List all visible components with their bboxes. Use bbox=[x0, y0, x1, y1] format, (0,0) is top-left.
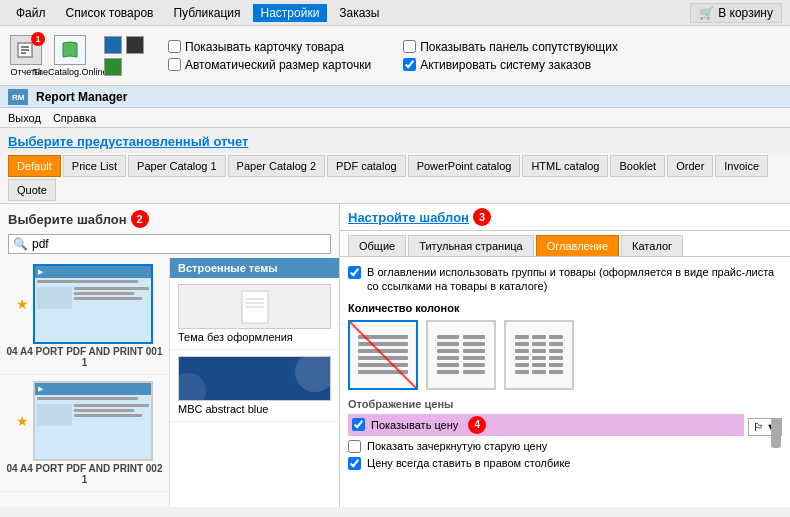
left-panel-header: Выберите шаблон 2 bbox=[0, 204, 339, 234]
tab-quote[interactable]: Quote bbox=[8, 179, 56, 201]
swatch-dark[interactable] bbox=[126, 36, 144, 54]
tab-order[interactable]: Order bbox=[667, 155, 713, 177]
cart-button[interactable]: 🛒 В корзину bbox=[690, 3, 782, 23]
settings-content: В оглавлении использовать группы и товар… bbox=[340, 257, 790, 507]
menu-publish[interactable]: Публикация bbox=[165, 4, 248, 22]
columns-options bbox=[348, 320, 782, 390]
color-swatches bbox=[104, 36, 144, 76]
activate-orders-label: Активировать систему заказов bbox=[420, 58, 591, 72]
show-price-checkbox[interactable] bbox=[352, 418, 365, 431]
column-option-2[interactable] bbox=[426, 320, 496, 390]
show-price-label: Показывать цену bbox=[371, 419, 458, 431]
tab-paper-catalog-1[interactable]: Paper Catalog 1 bbox=[128, 155, 226, 177]
tab-cover[interactable]: Титульная страница bbox=[408, 235, 534, 256]
tab-invoice[interactable]: Invoice bbox=[715, 155, 768, 177]
swatch-green[interactable] bbox=[104, 58, 122, 76]
toolbar-checkboxes-right: Показывать панель сопутствующих Активиро… bbox=[403, 40, 618, 72]
theme-name-1: Тема без оформления bbox=[178, 331, 331, 343]
report-manager-logo: RM bbox=[8, 89, 28, 105]
preset-section-title: Выберите предустановленный отчет bbox=[0, 128, 790, 153]
report-manager-menu: Выход Справка bbox=[0, 108, 790, 128]
columns-section: Количество колонок bbox=[348, 302, 782, 390]
menu-orders[interactable]: Заказы bbox=[331, 4, 387, 22]
tab-paper-catalog-2[interactable]: Paper Catalog 2 bbox=[228, 155, 326, 177]
template-grid: ★ ▶ bbox=[0, 258, 339, 507]
price-checkboxes: Показывать цену 4 Показать зачеркнутую с… bbox=[348, 414, 744, 474]
menu-products[interactable]: Список товаров bbox=[58, 4, 162, 22]
right-panel-header: Настройте шаблон 3 bbox=[340, 204, 790, 231]
tab-default[interactable]: Default bbox=[8, 155, 61, 177]
column-option-3[interactable] bbox=[504, 320, 574, 390]
tab-html-catalog[interactable]: HTML catalog bbox=[522, 155, 608, 177]
auto-size-label: Автоматический размер карточки bbox=[185, 58, 371, 72]
show-strikethrough-label: Показать зачеркнутую старую цену bbox=[367, 440, 547, 452]
activate-orders-row: Активировать систему заказов bbox=[403, 58, 618, 72]
template-list: ★ ▶ bbox=[0, 258, 170, 507]
search-box[interactable]: 🔍 bbox=[8, 234, 331, 254]
tab-catalog[interactable]: Каталог bbox=[621, 235, 683, 256]
cart-icon: 🛒 bbox=[699, 6, 714, 20]
template-selection-panel: Выберите шаблон 2 🔍 ★ ▶ bbox=[0, 204, 340, 507]
theme-section-title: Встроенные темы bbox=[170, 258, 339, 278]
auto-size-row: Автоматический размер карточки bbox=[168, 58, 371, 72]
toolbar: 1 Отчеты TheCatalog.Online Показывать ка… bbox=[0, 26, 790, 86]
catalog-button[interactable]: TheCatalog.Online bbox=[52, 34, 88, 78]
tab-price-list[interactable]: Price List bbox=[63, 155, 126, 177]
toc-groups-checkbox[interactable] bbox=[348, 266, 361, 279]
tab-powerpoint-catalog[interactable]: PowerPoint catalog bbox=[408, 155, 521, 177]
column-option-1[interactable] bbox=[348, 320, 418, 390]
show-related-row: Показывать панель сопутствующих bbox=[403, 40, 618, 54]
tab-booklet[interactable]: Booklet bbox=[610, 155, 665, 177]
settings-panel-badge: 3 bbox=[473, 208, 491, 226]
star-icon-2[interactable]: ★ bbox=[16, 413, 29, 429]
template-thumb-1: ▶ bbox=[33, 264, 153, 344]
template-panel-title: Выберите шаблон bbox=[8, 212, 127, 227]
settings-panel: Настройте шаблон 3 Общие Титульная стран… bbox=[340, 204, 790, 507]
template-item-1[interactable]: ★ ▶ bbox=[0, 258, 169, 375]
menu-bar: Файл Список товаров Публикация Настройки… bbox=[0, 0, 790, 26]
settings-tabs: Общие Титульная страница Оглавление Ката… bbox=[340, 231, 790, 257]
price-right-col-label: Цену всегда ставить в правом столбике bbox=[367, 457, 570, 469]
auto-size-checkbox[interactable] bbox=[168, 58, 181, 71]
menu-settings[interactable]: Настройки bbox=[253, 4, 328, 22]
show-strikethrough-checkbox[interactable] bbox=[348, 440, 361, 453]
menu-help[interactable]: Справка bbox=[53, 112, 96, 124]
menu-file[interactable]: Файл bbox=[8, 4, 54, 22]
price-section: Отображение цены Показывать цену 4 Показ… bbox=[348, 398, 782, 474]
theme-item-2[interactable]: MBC abstract blue bbox=[170, 350, 339, 422]
activate-orders-checkbox[interactable] bbox=[403, 58, 416, 71]
star-icon-1[interactable]: ★ bbox=[16, 296, 29, 312]
preset-tabs-bar: Default Price List Paper Catalog 1 Paper… bbox=[0, 153, 790, 204]
show-related-checkbox[interactable] bbox=[403, 40, 416, 53]
price-options-area: Показывать цену 4 Показать зачеркнутую с… bbox=[348, 414, 782, 474]
reports-icon: 1 bbox=[10, 35, 42, 65]
catalog-label: TheCatalog.Online bbox=[32, 67, 107, 77]
template-panel-badge: 2 bbox=[131, 210, 149, 228]
show-related-label: Показывать панель сопутствующих bbox=[420, 40, 618, 54]
settings-panel-title: Настройте шаблон bbox=[348, 210, 469, 225]
template-name-2: 04 A4 PORT PDF AND PRINT 002 1 bbox=[4, 463, 165, 485]
toolbar-checkboxes-left: Показывать карточку товара Автоматически… bbox=[168, 40, 371, 72]
search-input[interactable] bbox=[32, 237, 326, 251]
svg-text:RM: RM bbox=[12, 93, 25, 102]
columns-label: Количество колонок bbox=[348, 302, 782, 314]
swatch-blue[interactable] bbox=[104, 36, 122, 54]
price-right-col-checkbox[interactable] bbox=[348, 457, 361, 470]
tab-pdf-catalog[interactable]: PDF catalog bbox=[327, 155, 406, 177]
show-strikethrough-row: Показать зачеркнутую старую цену bbox=[348, 440, 744, 453]
cart-label: В корзину bbox=[718, 6, 773, 20]
template-item-2[interactable]: ★ ▶ bbox=[0, 375, 169, 492]
show-card-checkbox[interactable] bbox=[168, 40, 181, 53]
theme-item-1[interactable]: Тема без оформления bbox=[170, 278, 339, 350]
scrollbar-thumb bbox=[771, 418, 781, 448]
main-content: Выберите шаблон 2 🔍 ★ ▶ bbox=[0, 204, 790, 507]
flag-icon: 🏳 bbox=[753, 421, 764, 433]
reports-badge: 1 bbox=[31, 32, 45, 46]
price-right-col-row: Цену всегда ставить в правом столбике bbox=[348, 457, 744, 470]
theme-panel: Встроенные темы Тема без оформления MBC … bbox=[170, 258, 339, 507]
template-name-1: 04 A4 PORT PDF AND PRINT 001 1 bbox=[4, 346, 165, 368]
tab-general[interactable]: Общие bbox=[348, 235, 406, 256]
tab-toc[interactable]: Оглавление bbox=[536, 235, 619, 256]
theme-name-2: MBC abstract blue bbox=[178, 403, 331, 415]
menu-exit[interactable]: Выход bbox=[8, 112, 41, 124]
